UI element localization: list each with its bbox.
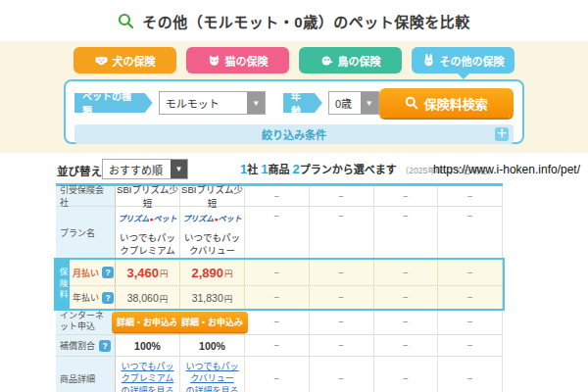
page-title: その他（モルモット・0歳）のペット保険を比較 (142, 11, 469, 31)
product-count: 1 (261, 162, 268, 176)
sort-order-select[interactable]: おすすめ順 ▼ (102, 159, 188, 179)
empty-cell: − (438, 309, 503, 334)
empty-cell: − (310, 207, 374, 259)
search-button-label: 保険料検索 (424, 94, 488, 113)
yearly-premium-cell: 31,830円 (180, 286, 245, 309)
row-header-plan: プラン名 (56, 207, 116, 259)
apply-button[interactable]: 詳細・お申込み (112, 312, 183, 332)
filter-controls-row: ペットの種類 モルモット ▼ 年齢 0歳 ▼ 保険料検索 (74, 88, 514, 118)
detail-link[interactable]: いつでもパックバリューの詳細を見る (180, 361, 244, 392)
plan-unit: プランから選べます (300, 164, 397, 175)
empty-cell: − (310, 357, 374, 392)
row-header-detail: 商品詳細 (56, 357, 116, 392)
empty-cell: − (310, 309, 374, 334)
search-icon (118, 13, 134, 29)
empty-cell: − (245, 309, 310, 334)
pet-type-select[interactable]: モルモット ▼ (159, 91, 266, 115)
empty-cell: − (438, 286, 503, 309)
yearly-label: 年払い (73, 291, 99, 304)
coverage-cell: 100% (180, 335, 245, 356)
detail-cell: いつでもパックプレミアムの詳細を見る (116, 357, 180, 392)
search-section-background: 犬の保険 猫の保険 鳥の保険 その他の保険 (0, 41, 588, 153)
help-icon[interactable]: ? (102, 267, 114, 278)
refine-conditions-bar[interactable]: 絞り込み条件 ＋ (74, 124, 514, 144)
empty-cell: − (374, 357, 439, 392)
empty-cell: − (374, 186, 439, 206)
detail-cell: いつでもパックバリューの詳細を見る (180, 357, 245, 392)
premium-group-label: 保険料 (56, 260, 70, 309)
plan-count: 2 (293, 162, 300, 176)
age-label: 年齢 (283, 93, 322, 113)
company-unit: 社 (247, 164, 261, 175)
url-annotation: https://www.i-hoken.info/pet/ (433, 163, 580, 176)
empty-cell: − (438, 207, 503, 259)
empty-cell: − (310, 186, 374, 206)
table-row-coverage-ratio: 補償割合 ? 100% 100% − − − − (56, 335, 503, 357)
yearly-premium-cell: 38,060円 (116, 286, 180, 309)
chevron-down-icon: ▼ (171, 160, 187, 178)
coverage-cell: 100% (116, 335, 180, 356)
tab-bird-insurance[interactable]: 鳥の保険 (299, 47, 402, 74)
empty-cell: − (310, 260, 374, 285)
premium-rows: 月払い ? 3,460円 2,890円 − − − − 年払い ? 38,060… (70, 260, 503, 309)
prism-pet-logo: プリズム●ペット (118, 213, 176, 223)
row-header-company: 引受保険会社 (56, 186, 116, 206)
premium-highlight-band: 保険料 月払い ? 3,460円 2,890円 − − − − 年払い (56, 260, 503, 309)
tab-other-insurance-active[interactable]: その他の保険 (412, 47, 514, 74)
empty-cell: − (374, 309, 439, 334)
company-cell: SBIプリズム少短 (116, 186, 180, 206)
age-select[interactable]: 0歳 ▼ (328, 91, 379, 115)
table-row-product-detail: 商品詳細 いつでもパックプレミアムの詳細を見る いつでもパックバリューの詳細を見… (56, 357, 503, 392)
sort-order-value: おすすめ順 (109, 162, 163, 177)
coverage-label: 補償割合 (60, 339, 95, 352)
empty-cell: − (438, 260, 503, 285)
empty-cell: − (438, 357, 503, 392)
row-header-yearly: 年払い ? (70, 286, 116, 309)
plus-icon: ＋ (495, 127, 509, 141)
apply-button[interactable]: 詳細・お申込み (176, 312, 248, 332)
table-row-plan-name: プラン名 プリズム●ペット いつでもパックプレミアム プリズム●ペット いつでも… (56, 207, 503, 260)
company-cell: SBIプリズム少短 (180, 186, 245, 206)
pet-type-label: ペットの種類 (74, 93, 153, 113)
search-filter-box: ペットの種類 モルモット ▼ 年齢 0歳 ▼ 保険料検索 (64, 79, 524, 144)
empty-cell: − (245, 207, 310, 259)
empty-cell: − (374, 286, 439, 309)
tab-dog-insurance[interactable]: 犬の保険 (74, 47, 176, 74)
row-header-coverage: 補償割合 ? (56, 335, 116, 356)
tab-label: 猫の保険 (225, 53, 269, 69)
empty-cell: − (374, 260, 439, 285)
pet-type-value: モルモット (166, 95, 220, 111)
tab-label: その他の保険 (440, 53, 505, 69)
plan-cell: プリズム●ペット いつでもパックバリュー (180, 207, 245, 259)
tab-label: 鳥の保険 (338, 53, 381, 69)
refine-label: 絞り込み条件 (262, 126, 326, 142)
pet-category-tabs: 犬の保険 猫の保険 鳥の保険 その他の保険 (0, 47, 588, 74)
empty-cell: − (374, 335, 439, 356)
tab-label: 犬の保険 (113, 53, 156, 69)
empty-cell: − (245, 260, 310, 285)
tab-cat-insurance[interactable]: 猫の保険 (186, 47, 289, 74)
empty-cell: − (245, 357, 310, 392)
help-icon[interactable]: ? (102, 292, 114, 304)
cat-icon (208, 55, 220, 67)
table-row-yearly-premium: 年払い ? 38,060円 31,830円 − − − − (70, 285, 503, 309)
comparison-table: 引受保険会社 SBIプリズム少短 SBIプリズム少短 − − − − プラン名 … (56, 183, 503, 392)
monthly-premium-cell: 3,460円 (116, 260, 180, 285)
empty-cell: − (374, 207, 439, 259)
chevron-down-icon: ▼ (247, 92, 265, 114)
empty-cell: − (438, 335, 503, 356)
detail-link[interactable]: いつでもパックプレミアムの詳細を見る (116, 361, 179, 392)
empty-cell: − (245, 286, 310, 309)
help-icon[interactable]: ? (99, 340, 111, 352)
chevron-down-icon: ▼ (361, 92, 378, 114)
premium-search-button[interactable]: 保険料検索 (379, 88, 514, 118)
plan-name: いつでもパックバリュー (180, 232, 244, 258)
age-value: 0歳 (335, 95, 352, 111)
plan-cell: プリズム●ペット いつでもパックプレミアム (116, 207, 180, 259)
rabbit-icon (422, 54, 435, 67)
monthly-label: 月払い (73, 267, 99, 279)
apply-cell: 詳細・お申込み (180, 309, 245, 334)
dog-icon (95, 55, 108, 67)
empty-cell: − (438, 186, 503, 206)
plan-name: いつでもパックプレミアム (116, 232, 179, 258)
